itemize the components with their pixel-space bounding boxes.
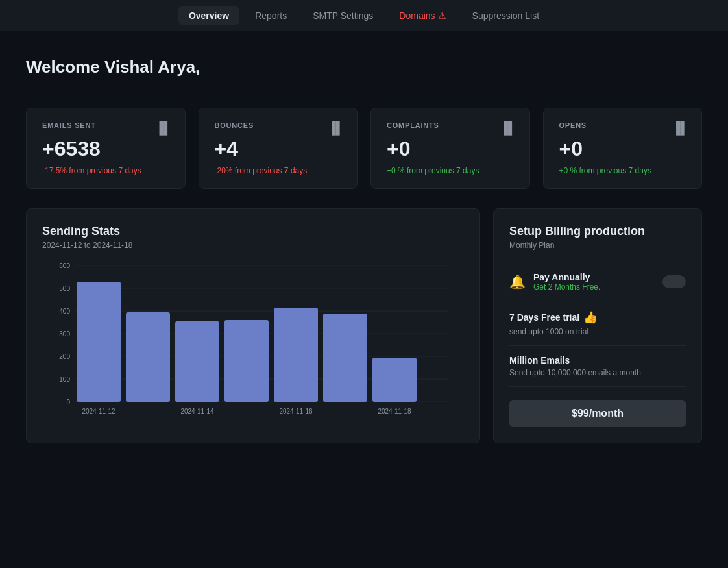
- bar-2024-11-16: [274, 308, 318, 402]
- bell-icon: 🔔: [509, 274, 526, 290]
- svg-text:400: 400: [59, 308, 70, 315]
- billing-panel: Setup Billing production Monthly Plan 🔔 …: [493, 208, 702, 443]
- free-trial-sub: send upto 1000 on trial: [509, 327, 686, 336]
- chart-title: Sending Stats: [42, 225, 464, 238]
- bar-2024-11-13: [126, 312, 170, 402]
- stat-change-bounces: -20% from previous 7 days: [215, 166, 342, 175]
- chart-area: 600 500 400 300 200 100 0: [42, 263, 464, 419]
- billing-price-button[interactable]: $99/month: [509, 400, 686, 427]
- nav-item-overview[interactable]: Overview: [178, 6, 239, 25]
- stat-card-bounces: BOUNCES ▐▌ +4 -20% from previous 7 days: [199, 108, 358, 189]
- bar-2024-11-12: [77, 282, 121, 402]
- welcome-title: Welcome Vishal Arya,: [26, 57, 702, 88]
- bar-chart-icon-opens: ▐▌: [672, 121, 688, 135]
- bar-chart-svg: 600 500 400 300 200 100 0: [42, 263, 464, 419]
- main-content: Welcome Vishal Arya, EMAILS SENT ▐▌ +653…: [0, 31, 728, 456]
- stat-card-complaints: COMPLAINTS ▐▌ +0 +0 % from previous 7 da…: [370, 108, 530, 189]
- svg-text:300: 300: [59, 330, 70, 338]
- free-trial-title: 7 Days Free trial 👍: [509, 310, 686, 325]
- stat-card-opens: OPENS ▐▌ +0 +0 % from previous 7 days: [543, 108, 703, 189]
- svg-text:2024-11-18: 2024-11-18: [378, 408, 411, 415]
- stat-label-bounces: BOUNCES: [215, 121, 342, 129]
- stat-value-bounces: +4: [215, 137, 342, 161]
- million-emails-title: Million Emails: [509, 355, 686, 365]
- bar-2024-11-18: [372, 358, 417, 402]
- bar-chart-icon-emails: ▐▌: [155, 121, 172, 135]
- stat-value-opens: +0: [559, 137, 686, 161]
- pay-annually-sub: Get 2 Months Free.: [533, 282, 600, 291]
- million-emails-sub: Send upto 10,000,000 emails a month: [509, 368, 686, 377]
- svg-text:2024-11-12: 2024-11-12: [82, 408, 115, 415]
- billing-title: Setup Billing production: [509, 225, 686, 238]
- nav-item-reports[interactable]: Reports: [245, 6, 297, 25]
- chart-card: Sending Stats 2024-11-12 to 2024-11-18 6…: [26, 208, 480, 443]
- billing-feature-million-emails: Million Emails Send upto 10,000,000 emai…: [509, 346, 686, 387]
- svg-text:2024-11-16: 2024-11-16: [279, 408, 313, 415]
- pay-annually-toggle[interactable]: [662, 275, 686, 288]
- stat-value-complaints: +0: [387, 137, 514, 161]
- billing-feature-free-trial: 7 Days Free trial 👍 send upto 1000 on tr…: [509, 301, 686, 346]
- bar-2024-11-14: [175, 321, 219, 402]
- bar-2024-11-17: [323, 314, 367, 402]
- stat-label-complaints: COMPLAINTS: [387, 121, 514, 129]
- thumbs-up-icon: 👍: [583, 310, 598, 325]
- bar-chart-icon-complaints: ▐▌: [500, 121, 516, 135]
- stat-label-emails-sent: EMAILS SENT: [42, 121, 169, 129]
- nav-item-domains[interactable]: Domains ⚠: [389, 6, 456, 25]
- navigation: Overview Reports SMTP Settings Domains ⚠…: [0, 0, 728, 31]
- pay-annually-title: Pay Annually: [533, 272, 600, 282]
- stat-change-opens: +0 % from previous 7 days: [559, 166, 686, 175]
- bar-2024-11-15: [224, 320, 269, 402]
- svg-text:2024-11-14: 2024-11-14: [180, 408, 214, 415]
- billing-option-pay-annually[interactable]: 🔔 Pay Annually Get 2 Months Free.: [509, 263, 686, 301]
- lower-section: Sending Stats 2024-11-12 to 2024-11-18 6…: [26, 208, 702, 443]
- billing-subtitle: Monthly Plan: [509, 241, 686, 250]
- stat-change-complaints: +0 % from previous 7 days: [387, 166, 514, 175]
- nav-item-suppression-list[interactable]: Suppression List: [462, 6, 550, 25]
- bar-chart-icon-bounces: ▐▌: [327, 121, 344, 135]
- svg-text:600: 600: [59, 263, 70, 269]
- nav-item-smtp-settings[interactable]: SMTP Settings: [302, 6, 383, 25]
- svg-text:100: 100: [59, 376, 70, 383]
- stat-card-emails-sent: EMAILS SENT ▐▌ +6538 -17.5% from previou…: [26, 108, 186, 189]
- warning-icon: ⚠: [438, 10, 446, 21]
- chart-subtitle: 2024-11-12 to 2024-11-18: [42, 241, 464, 250]
- stat-value-emails-sent: +6538: [42, 137, 169, 161]
- svg-text:0: 0: [66, 399, 70, 406]
- stat-label-opens: OPENS: [559, 121, 686, 129]
- svg-text:500: 500: [59, 285, 70, 292]
- svg-text:200: 200: [59, 353, 70, 360]
- stat-change-emails-sent: -17.5% from previous 7 days: [42, 166, 169, 175]
- stats-row: EMAILS SENT ▐▌ +6538 -17.5% from previou…: [26, 108, 702, 189]
